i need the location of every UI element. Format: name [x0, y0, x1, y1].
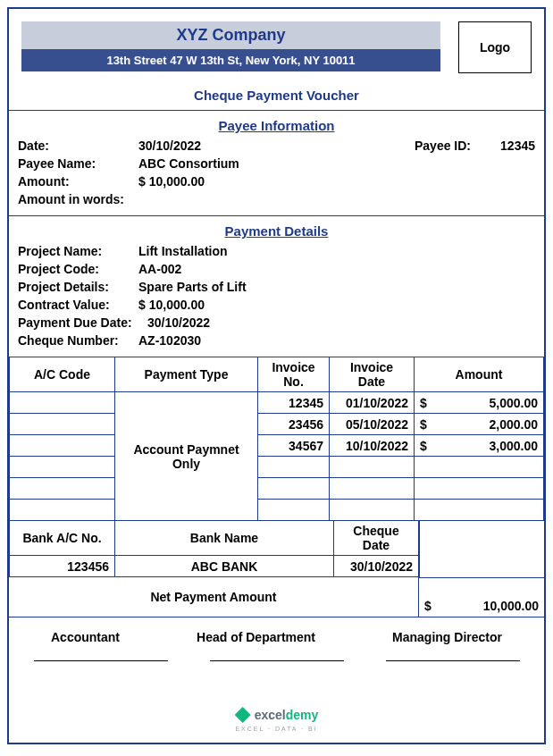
th-bank-ac: Bank A/C No.: [10, 521, 115, 556]
due-date-label: Payment Due Date:: [18, 315, 147, 330]
cell-ac-code: [10, 414, 115, 435]
currency-symbol: $: [420, 417, 427, 432]
table-row: [10, 500, 544, 521]
amount-val: 5,000.00: [490, 396, 539, 410]
net-payment-label: Net Payment Amount: [9, 577, 419, 617]
cell-amount: $3,000.00: [415, 435, 544, 457]
signature-lines: [9, 644, 544, 661]
th-amount: Amount: [415, 357, 544, 392]
amount-value: $ 10,000.00: [138, 174, 535, 189]
project-details-value: Spare Parts of Lift: [138, 280, 535, 294]
th-invoice-date: Invoice Date: [330, 357, 415, 392]
sig-accountant: Accountant: [51, 630, 120, 644]
payee-name-label: Payee Name:: [18, 156, 138, 171]
sig-director: Managing Director: [392, 630, 502, 644]
sig-line: [34, 660, 168, 661]
payee-id-value: 12345: [486, 139, 535, 153]
watermark-sub: EXCEL · DATA · BI: [9, 726, 544, 732]
bank-table: Bank A/C No. Bank Name Cheque Date 12345…: [9, 521, 419, 577]
cheque-number-value: AZ-102030: [138, 333, 535, 348]
cell-invoice-no: 34567: [258, 435, 330, 457]
project-code-value: AA-002: [138, 262, 535, 276]
th-payment-type: Payment Type: [115, 357, 258, 392]
sig-line: [386, 660, 520, 661]
cell-bank-ac: 123456: [10, 556, 115, 577]
net-amount-value: 10,000.00: [483, 599, 539, 613]
cell-bank-name: ABC BANK: [115, 556, 334, 577]
sig-line: [210, 660, 344, 661]
cell-ac-code: [10, 392, 115, 414]
contract-value-value: $ 10,000.00: [138, 298, 535, 312]
project-name-value: Lift Installation: [138, 244, 535, 258]
date-label: Date:: [18, 139, 138, 153]
voucher-title: Cheque Payment Voucher: [9, 82, 544, 110]
amount-label: Amount:: [18, 174, 138, 189]
cheque-number-label: Cheque Number:: [18, 333, 138, 348]
invoice-table: A/C Code Payment Type Invoice No. Invoic…: [9, 357, 544, 521]
due-date-value: 30/10/2022: [147, 315, 535, 330]
watermark-brand2: demy: [286, 708, 319, 722]
header-left: XYZ Company 13th Street 47 W 13th St, Ne…: [21, 21, 440, 73]
project-details-label: Project Details:: [18, 280, 138, 294]
project-code-label: Project Code:: [18, 262, 138, 276]
table-row: Account Paymnet Only 12345 01/10/2022 $5…: [10, 392, 544, 414]
cell-payment-type: Account Paymnet Only: [115, 392, 258, 521]
payee-name-value: ABC Consortium: [138, 156, 535, 171]
th-cheque-date: Cheque Date: [334, 521, 419, 556]
currency-symbol: $: [420, 396, 427, 410]
header-row: XYZ Company 13th Street 47 W 13th St, Ne…: [9, 9, 544, 82]
amount-words-label: Amount in words:: [18, 192, 138, 206]
cell-invoice-date: 01/10/2022: [330, 392, 415, 414]
table-row: 34567 10/10/2022 $3,000.00: [10, 435, 544, 457]
payment-section-title: Payment Details: [18, 220, 535, 242]
bank-value-row: 123456 ABC BANK 30/10/2022: [10, 556, 419, 577]
th-invoice-no: Invoice No.: [258, 357, 330, 392]
cell-amount: $2,000.00: [415, 414, 544, 435]
bank-wrap: Bank A/C No. Bank Name Cheque Date 12345…: [9, 521, 544, 577]
voucher-frame: XYZ Company 13th Street 47 W 13th St, Ne…: [7, 7, 546, 744]
currency-symbol: $: [420, 439, 427, 453]
amount-val: 3,000.00: [490, 439, 539, 453]
sig-head: Head of Department: [197, 630, 315, 644]
payee-section-title: Payee Information: [18, 114, 535, 137]
table-row: 23456 05/10/2022 $2,000.00: [10, 414, 544, 435]
cell-invoice-no: 23456: [258, 414, 330, 435]
cell-ac-code: [10, 435, 115, 457]
net-payment-amount: $ 10,000.00: [419, 577, 544, 617]
table-row: [10, 478, 544, 500]
payment-section: Payment Details Project Name: Lift Insta…: [9, 215, 544, 357]
net-payment-row: Net Payment Amount $ 10,000.00: [9, 577, 544, 617]
amount-val: 2,000.00: [490, 417, 539, 432]
payee-id-label: Payee ID:: [415, 139, 486, 153]
payee-section: Payee Information Date: 30/10/2022 Payee…: [9, 110, 544, 215]
cell-invoice-date: 05/10/2022: [330, 414, 415, 435]
signature-labels: Accountant Head of Department Managing D…: [9, 617, 544, 644]
watermark: exceldemy: [9, 707, 544, 723]
net-currency-symbol: $: [424, 599, 432, 613]
table-row: [10, 457, 544, 478]
bank-header-row: Bank A/C No. Bank Name Cheque Date: [10, 521, 419, 556]
cell-invoice-no: 12345: [258, 392, 330, 414]
contract-value-label: Contract Value:: [18, 298, 138, 312]
company-name: XYZ Company: [21, 21, 440, 49]
watermark-brand1: excel: [255, 708, 286, 722]
logo-placeholder: Logo: [458, 21, 532, 73]
watermark-icon: [235, 707, 251, 723]
table-header-row: A/C Code Payment Type Invoice No. Invoic…: [10, 357, 544, 392]
cell-cheque-date: 30/10/2022: [334, 556, 419, 577]
bank-spacer: [419, 521, 544, 577]
th-bank-name: Bank Name: [115, 521, 334, 556]
cell-amount: $5,000.00: [415, 392, 544, 414]
company-address: 13th Street 47 W 13th St, New York, NY 1…: [21, 49, 440, 71]
cell-invoice-date: 10/10/2022: [330, 435, 415, 457]
date-value: 30/10/2022: [138, 139, 415, 153]
project-name-label: Project Name:: [18, 244, 138, 258]
th-ac-code: A/C Code: [10, 357, 115, 392]
